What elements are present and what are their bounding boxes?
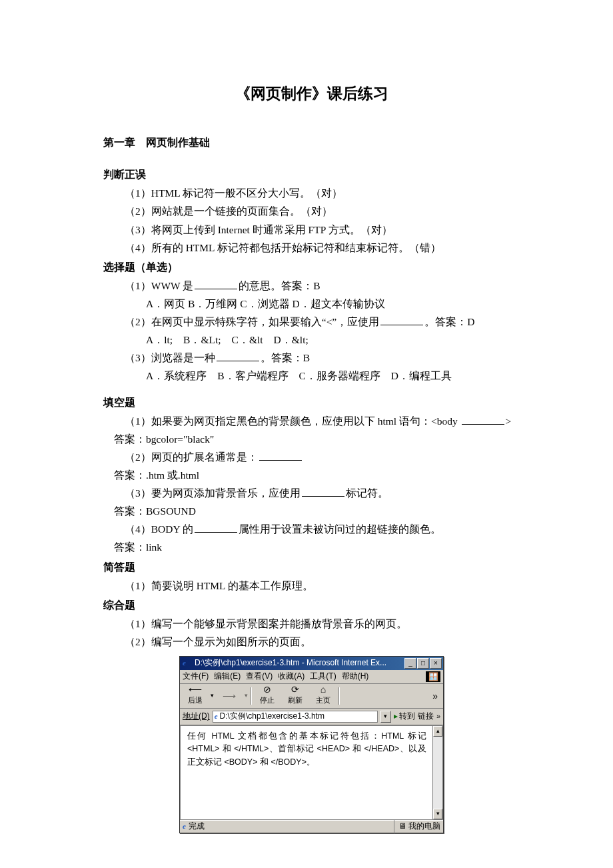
ie-status-bar: e 完成 🖥 我的电脑 <box>180 820 443 833</box>
fill-a2: 答案：.htm 或.html <box>103 466 520 484</box>
fill-q4-a: （4）BODY 的 <box>125 523 193 535</box>
choice-q3-stem-a: （3）浏览器是一种 <box>125 352 215 363</box>
links-overflow-icon[interactable]: » <box>436 710 440 723</box>
close-button[interactable]: × <box>430 658 442 669</box>
ie-address-bar: 地址(D) e D:\实例\chp1\exercise1-3.htm ▾ ▸ 转… <box>180 709 443 725</box>
blank <box>195 523 237 533</box>
vertical-scrollbar[interactable]: ▴ ▾ <box>432 726 442 819</box>
blank <box>195 279 237 289</box>
ie-content-area: 任何 HTML 文档都包含的基本标记符包括：HTML 标记 <HTML> 和 <… <box>180 725 443 820</box>
home-label: 主页 <box>316 694 330 707</box>
ie-throbber-icon: 🪟 <box>426 671 440 682</box>
choice-heading: 选择题（单选） <box>103 258 520 277</box>
fill-q4-b: 属性用于设置未被访问过的超链接的颜色。 <box>239 523 441 535</box>
status-zone-text: 我的电脑 <box>408 819 440 833</box>
menu-help[interactable]: 帮助(H) <box>342 669 369 683</box>
back-arrow-icon: ⟵ <box>189 685 201 694</box>
go-icon: ▸ <box>394 709 398 723</box>
go-label: 转到 <box>399 709 415 723</box>
home-button[interactable]: ⌂ 主页 <box>310 685 336 707</box>
address-value: D:\实例\chp1\exercise1-3.htm <box>220 711 324 723</box>
ie-menubar: 文件(F) 编辑(E) 查看(V) 收藏(A) 工具(T) 帮助(H) 🪟 <box>180 670 443 684</box>
short-q1: （1）简要说明 HTML 的基本工作原理。 <box>103 577 520 595</box>
doc-title: 《网页制作》课后练习 <box>103 80 520 107</box>
scroll-down-button[interactable]: ▾ <box>433 809 442 819</box>
choice-q1-stem-a: （1）WWW 是 <box>125 280 193 291</box>
fill-q3-a: （3）要为网页添加背景音乐，应使用 <box>125 487 301 499</box>
maximize-button[interactable]: □ <box>417 658 429 669</box>
refresh-button[interactable]: ⟳ 刷新 <box>283 685 308 707</box>
blank <box>302 487 344 497</box>
stop-label: 停止 <box>260 694 275 707</box>
choice-q2: （2）在网页中显示特殊字符，如果要输入“<”，应使用。答案：D <box>103 313 520 331</box>
judge-item: （4）所有的 HTML 标记符都包括开始标记符和结束标记符。（错） <box>103 239 520 257</box>
back-button[interactable]: ⟵ 后退 <box>183 685 208 707</box>
ie-titlebar: e D:\实例\chp1\exercise1-3.htm - Microsoft… <box>180 657 443 670</box>
home-icon: ⌂ <box>317 685 329 694</box>
chapter-1-heading: 第一章 网页制作基础 <box>103 133 520 152</box>
toolbar-overflow-icon[interactable]: » <box>430 688 440 705</box>
blank <box>380 315 423 325</box>
choice-q1-stem-b: 的意思。答案：B <box>239 280 320 291</box>
choice-q2-opts: A．lt; B．&Lt; C．&lt D．&lt; <box>103 331 520 349</box>
refresh-label: 刷新 <box>288 694 303 707</box>
comp-q1: （1）编写一个能够显示背景图案并能播放背景音乐的网页。 <box>103 615 520 633</box>
choice-q3-opts: A．系统程序 B．客户端程序 C．服务器端程序 D．编程工具 <box>103 367 520 385</box>
comp-q2: （2）编写一个显示为如图所示的页面。 <box>103 633 520 651</box>
fill-q3-b: 标记符。 <box>346 487 388 499</box>
page-body-text: 任何 HTML 文档都包含的基本标记符包括：HTML 标记 <HTML> 和 <… <box>187 730 436 769</box>
toolbar-separator <box>251 687 252 705</box>
back-label: 后退 <box>188 694 203 707</box>
choice-q3-stem-b: 。答案：B <box>261 352 310 363</box>
fill-q1-a: （1）如果要为网页指定黑色的背景颜色，应使用以下 html 语句：<body <box>125 415 460 427</box>
refresh-icon: ⟳ <box>289 685 301 694</box>
ie-title-text: D:\实例\chp1\exercise1-3.htm - Microsoft I… <box>195 656 404 670</box>
judge-item: （2）网站就是一个链接的页面集合。（对） <box>103 202 520 220</box>
comp-heading: 综合题 <box>103 596 520 615</box>
menu-edit[interactable]: 编辑(E) <box>214 669 241 683</box>
forward-arrow-icon: ⟶ <box>223 691 235 701</box>
address-dropdown-button[interactable]: ▾ <box>380 711 391 723</box>
fill-q4: （4）BODY 的属性用于设置未被访问过的超链接的颜色。 <box>103 520 520 538</box>
fill-q1-b: > <box>506 415 512 427</box>
short-heading: 简答题 <box>103 558 520 577</box>
choice-q1-opts: A．网页 B．万维网 C．浏览器 D．超文本传输协议 <box>103 295 520 313</box>
toolbar-separator <box>338 687 340 705</box>
fill-q1: （1）如果要为网页指定黑色的背景颜色，应使用以下 html 语句：<body > <box>103 412 520 430</box>
stop-icon: ⊘ <box>261 685 273 694</box>
dropdown-caret-icon[interactable]: ▾ <box>211 691 214 701</box>
fill-q2-text: （2）网页的扩展名通常是： <box>125 451 258 463</box>
links-button[interactable]: 链接 <box>418 709 434 723</box>
page-icon: e <box>215 713 218 720</box>
address-input[interactable]: e D:\实例\chp1\exercise1-3.htm <box>213 711 378 723</box>
address-label: 地址(D) <box>183 709 210 723</box>
status-done-text: 完成 <box>189 819 205 833</box>
fill-heading: 填空题 <box>103 393 520 412</box>
minimize-button[interactable]: _ <box>404 658 416 669</box>
ie-toolbar: ⟵ 后退 ▾ ⟶ ▾ ⊘ 停止 ⟳ 刷新 ⌂ <box>180 684 443 709</box>
forward-button[interactable]: ⟶ <box>217 691 242 701</box>
judge-heading: 判断正误 <box>103 165 520 184</box>
choice-q2-stem-a: （2）在网页中显示特殊字符，如果要输入“<”，应使用 <box>125 316 379 327</box>
go-button[interactable]: ▸ 转到 <box>394 709 415 723</box>
blank <box>217 351 259 361</box>
fill-a3: 答案：BGSOUND <box>103 502 520 520</box>
choice-q2-stem-b: 。答案：D <box>424 316 474 327</box>
choice-q1: （1）WWW 是的意思。答案：B <box>103 277 520 295</box>
status-page-icon: e <box>183 823 186 830</box>
document-page: 《网页制作》课后练习 第一章 网页制作基础 判断正误 （1）HTML 标记符一般… <box>0 0 613 868</box>
dropdown-caret-icon[interactable]: ▾ <box>245 691 248 701</box>
scroll-track[interactable] <box>433 737 442 809</box>
scroll-up-button[interactable]: ▴ <box>433 726 442 737</box>
stop-button[interactable]: ⊘ 停止 <box>255 685 280 707</box>
ie-screenshot: e D:\实例\chp1\exercise1-3.htm - Microsoft… <box>103 656 520 833</box>
judge-item: （1）HTML 标记符一般不区分大小写。（对） <box>103 184 520 202</box>
ie-window: e D:\实例\chp1\exercise1-3.htm - Microsoft… <box>179 656 444 833</box>
zone-icon: 🖥 <box>398 819 406 833</box>
choice-q3: （3）浏览器是一种。答案：B <box>103 349 520 367</box>
fill-a1: 答案：bgcolor="black" <box>103 430 520 448</box>
judge-item: （3）将网页上传到 Internet 时通常采用 FTP 方式。（对） <box>103 221 520 239</box>
fill-q3: （3）要为网页添加背景音乐，应使用标记符。 <box>103 484 520 502</box>
ie-app-icon: e <box>183 659 192 668</box>
ie-window-buttons: _ □ × <box>404 658 442 669</box>
